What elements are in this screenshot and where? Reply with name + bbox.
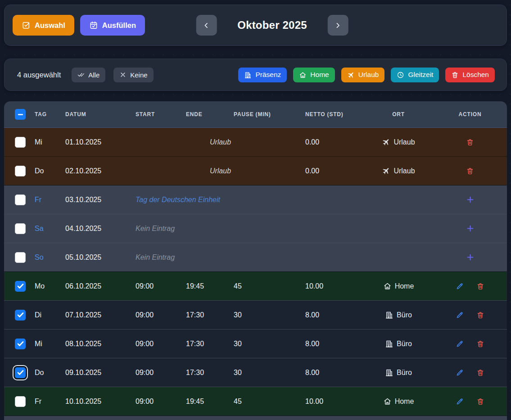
row-checkbox[interactable]	[15, 137, 26, 148]
home-icon	[383, 282, 392, 290]
delete-entry-button[interactable]	[475, 396, 486, 407]
table-row: Do02.10.2025Urlaub0.00Urlaub	[4, 156, 507, 185]
add-entry-button[interactable]	[464, 223, 476, 235]
row-checkbox[interactable]	[15, 166, 26, 176]
row-checkbox[interactable]	[15, 281, 26, 292]
select-none-button[interactable]: Keine	[113, 68, 153, 82]
loeschen-button[interactable]: Löschen	[445, 68, 495, 82]
row-checkbox[interactable]	[15, 367, 26, 378]
praesenz-button[interactable]: Präsenz	[238, 68, 287, 82]
plus-icon	[466, 253, 475, 262]
col-netto: NETTO (STD)	[305, 111, 364, 117]
entry-note: Tag der Deutschen Einheit	[136, 196, 364, 204]
row-checkbox[interactable]	[15, 223, 26, 234]
netto-value: 0.00	[305, 167, 364, 175]
building-icon	[244, 71, 252, 79]
plus-icon	[466, 195, 475, 204]
edit-entry-button[interactable]	[454, 396, 466, 407]
entry-note: Urlaub	[136, 167, 305, 175]
ort-value: Urlaub	[364, 167, 433, 175]
row-actions	[433, 280, 507, 292]
trash-icon	[476, 369, 484, 377]
gleitzeit-label: Gleitzeit	[408, 71, 433, 79]
pencil-icon	[456, 397, 464, 406]
trash-icon	[466, 138, 474, 146]
delete-entry-button[interactable]	[475, 309, 486, 321]
building-icon	[385, 368, 393, 377]
table-header: TAG DATUM START ENDE PAUSE (MIN) NETTO (…	[4, 101, 507, 127]
select-all-checkbox[interactable]	[15, 109, 26, 120]
checkbox-cell	[4, 339, 30, 349]
add-entry-button[interactable]	[464, 194, 476, 206]
date-label: 03.10.2025	[65, 196, 136, 204]
start-value: 09:00	[136, 340, 186, 348]
ende-value: 17:30	[186, 311, 234, 319]
delete-entry-button[interactable]	[475, 367, 486, 379]
home-button[interactable]: Home	[293, 68, 335, 82]
date-label: 02.10.2025	[65, 167, 136, 175]
table-row	[4, 415, 507, 420]
ausfuellen-label: Ausfüllen	[102, 21, 136, 30]
checkbox-cell	[4, 367, 30, 378]
next-month-button[interactable]	[328, 15, 348, 36]
row-checkbox[interactable]	[15, 339, 26, 349]
pencil-icon	[456, 369, 464, 377]
date-label: 04.10.2025	[65, 225, 136, 233]
ort-value: Büro	[364, 368, 433, 377]
row-actions	[433, 136, 507, 148]
netto-value: 8.00	[305, 311, 364, 319]
day-label: Mo	[30, 282, 65, 290]
delete-entry-button[interactable]	[464, 136, 476, 148]
delete-entry-button[interactable]	[475, 338, 486, 350]
chevron-left-icon	[203, 22, 210, 29]
pencil-icon	[456, 340, 464, 348]
ausfuellen-button[interactable]: Ausfüllen	[80, 15, 145, 36]
edit-entry-button[interactable]	[454, 338, 466, 350]
add-entry-button[interactable]	[464, 252, 476, 263]
ende-value: 17:30	[186, 369, 234, 377]
row-checkbox[interactable]	[15, 252, 26, 263]
delete-entry-button[interactable]	[475, 280, 486, 292]
prev-month-button[interactable]	[196, 15, 217, 36]
urlaub-button[interactable]: Urlaub	[341, 68, 385, 82]
ort-value: Home	[364, 397, 433, 406]
day-label: Mi	[30, 138, 65, 146]
netto-value: 10.00	[305, 282, 364, 290]
date-label: 09.10.2025	[65, 369, 136, 377]
table-row: Di07.10.202509:0017:30308.00Büro	[4, 300, 507, 329]
table-row: Mi08.10.202509:0017:30308.00Büro	[4, 329, 507, 358]
row-actions	[433, 252, 507, 263]
start-value: 09:00	[136, 282, 186, 290]
row-actions	[433, 396, 507, 407]
row-checkbox[interactable]	[15, 396, 26, 407]
edit-entry-button[interactable]	[454, 367, 466, 379]
row-checkbox[interactable]	[15, 310, 26, 321]
edit-entry-button[interactable]	[454, 280, 466, 292]
netto-value: 0.00	[305, 138, 364, 146]
ort-value: Home	[364, 282, 433, 290]
month-title: Oktober 2025	[237, 19, 307, 32]
ort-label: Büro	[397, 369, 412, 377]
day-label: Di	[30, 311, 65, 319]
select-all-button[interactable]: Alle	[72, 68, 105, 82]
row-checkbox[interactable]	[15, 194, 26, 205]
ende-value: 17:30	[186, 340, 234, 348]
delete-entry-button[interactable]	[464, 165, 476, 177]
table-row: Fr03.10.2025Tag der Deutschen Einheit	[4, 185, 507, 214]
alle-label: Alle	[88, 71, 99, 79]
gleitzeit-button[interactable]: Gleitzeit	[391, 68, 439, 82]
table-row: Mi01.10.2025Urlaub0.00Urlaub	[4, 127, 507, 156]
entry-note: Kein Eintrag	[136, 253, 364, 262]
check-icon	[16, 282, 25, 290]
selected-count: 4 ausgewählt	[17, 71, 61, 79]
table-row: Fr10.10.202509:0019:454510.00Home	[4, 387, 507, 415]
ort-label: Büro	[397, 311, 412, 319]
col-pause: PAUSE (MIN)	[234, 111, 305, 117]
urlaub-label: Urlaub	[358, 71, 379, 79]
auswahl-button[interactable]: Auswahl	[13, 15, 74, 36]
keine-label: Keine	[130, 71, 147, 79]
checkbox-cell	[4, 223, 30, 234]
table-row: Do09.10.202509:0017:30308.00Büro	[4, 358, 507, 387]
row-actions	[433, 194, 507, 206]
edit-entry-button[interactable]	[454, 309, 466, 321]
